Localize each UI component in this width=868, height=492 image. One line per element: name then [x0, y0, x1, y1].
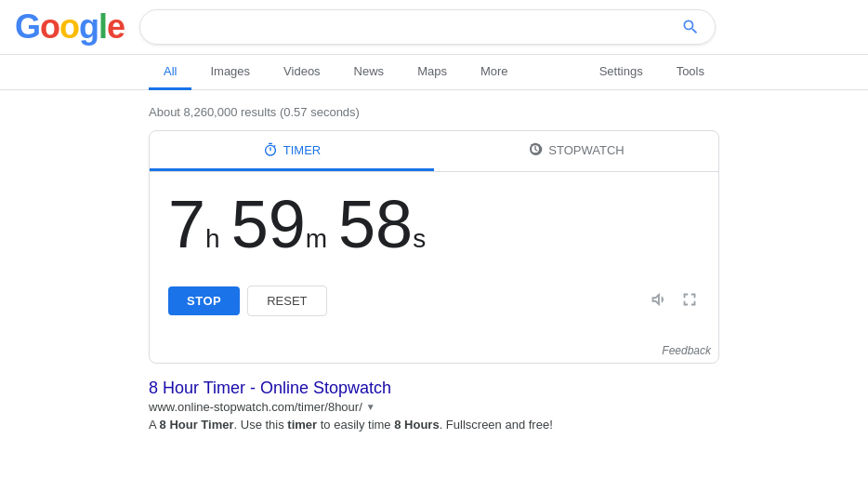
- feedback-row: Feedback: [150, 340, 718, 363]
- feedback-link[interactable]: Feedback: [662, 344, 711, 357]
- tab-news[interactable]: News: [339, 55, 400, 90]
- timer-widget: TIMER STOPWATCH 7h 59m 58s: [149, 130, 719, 364]
- minutes-segment: 59m: [231, 191, 327, 258]
- timer-tab-timer[interactable]: TIMER: [150, 131, 434, 171]
- result-snippet: A 8 Hour Timer. Use this timer to easily…: [149, 416, 719, 434]
- tab-videos[interactable]: Videos: [269, 55, 335, 90]
- logo-o1: o: [40, 7, 59, 46]
- result-title[interactable]: 8 Hour Timer - Online Stopwatch: [149, 379, 391, 397]
- logo-o2: o: [59, 7, 79, 46]
- snippet-middle: . Use this: [234, 418, 288, 432]
- result-url: www.online-stopwatch.com/timer/8hour/ ▼: [149, 400, 719, 414]
- seconds-value: 58: [338, 191, 413, 258]
- header: Google timer 8 hours: [0, 0, 868, 55]
- tab-maps[interactable]: Maps: [402, 55, 462, 90]
- snippet-end: . Fullscreen and free!: [440, 418, 553, 432]
- result-url-text: www.online-stopwatch.com/timer/8hour/: [149, 400, 362, 414]
- timer-icon: [263, 142, 278, 157]
- results-area: About 8,260,000 results (0.57 seconds) T…: [0, 90, 868, 442]
- tab-settings[interactable]: Settings: [585, 55, 658, 90]
- tab-images[interactable]: Images: [195, 55, 265, 90]
- timer-tab-stopwatch-label: STOPWATCH: [548, 143, 624, 157]
- tab-all[interactable]: All: [149, 55, 191, 90]
- results-count: About 8,260,000 results (0.57 seconds): [149, 98, 719, 130]
- fullscreen-icon[interactable]: [679, 289, 700, 312]
- snippet-bold1: 8 Hour Timer: [160, 418, 234, 432]
- tab-more[interactable]: More: [466, 55, 523, 90]
- search-button[interactable]: [681, 18, 700, 36]
- logo-e: e: [107, 7, 125, 46]
- search-icons: [670, 18, 700, 36]
- google-logo[interactable]: Google: [15, 10, 125, 44]
- snippet-suffix: to easily time: [317, 418, 394, 432]
- nav-right: Settings Tools: [585, 55, 719, 89]
- snippet-bold3: 8 Hours: [394, 418, 439, 432]
- logo-g: G: [15, 7, 40, 46]
- minutes-value: 59: [231, 191, 306, 258]
- timer-tab-stopwatch[interactable]: STOPWATCH: [434, 131, 718, 171]
- hours-segment: 7h: [168, 191, 220, 258]
- minutes-unit: m: [306, 224, 327, 254]
- timer-tab-timer-label: TIMER: [283, 143, 321, 157]
- hours-value: 7: [168, 191, 205, 258]
- stopwatch-icon: [528, 142, 543, 157]
- stop-button[interactable]: STOP: [168, 286, 240, 315]
- search-result: 8 Hour Timer - Online Stopwatch www.onli…: [149, 379, 719, 434]
- logo-l: l: [99, 7, 107, 46]
- timer-util-icons: [648, 289, 700, 312]
- snippet-bold2: timer: [287, 418, 317, 432]
- seconds-unit: s: [413, 224, 426, 254]
- timer-time: 7h 59m 58s: [168, 191, 700, 258]
- hours-unit: h: [205, 224, 220, 254]
- timer-tabs: TIMER STOPWATCH: [150, 131, 718, 172]
- search-input[interactable]: timer 8 hours: [155, 19, 663, 35]
- dropdown-arrow-icon[interactable]: ▼: [366, 402, 375, 412]
- seconds-segment: 58s: [338, 191, 426, 258]
- snippet-prefix: A: [149, 418, 160, 432]
- tab-tools[interactable]: Tools: [662, 55, 719, 90]
- timer-controls: STOP RESET: [168, 286, 700, 331]
- volume-icon[interactable]: [648, 289, 668, 312]
- logo-g2: g: [79, 7, 99, 46]
- logo-text: Google: [15, 10, 125, 44]
- nav-bar: All Images Videos News Maps More Setting…: [0, 55, 868, 90]
- reset-button[interactable]: RESET: [247, 286, 326, 316]
- timer-display-area: 7h 59m 58s STOP RESET: [150, 172, 718, 340]
- search-bar[interactable]: timer 8 hours: [139, 9, 716, 45]
